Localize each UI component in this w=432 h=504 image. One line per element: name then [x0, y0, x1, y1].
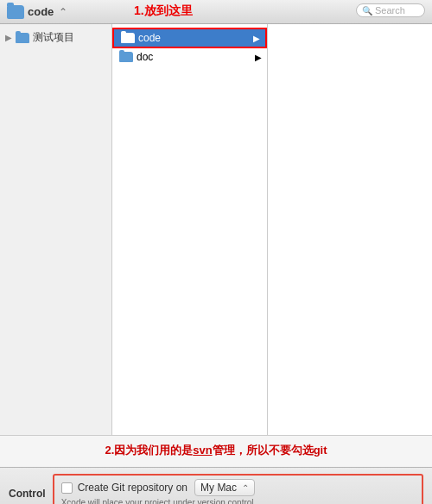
code-folder-icon [121, 33, 135, 43]
mac-dropdown[interactable]: My Mac ⌃ [194, 479, 255, 496]
doc-item-label: doc [137, 51, 153, 63]
git-checkbox-label: Create Git repository on [78, 482, 187, 494]
annotation-1-label: 1.放到这里 [134, 3, 193, 19]
control-bar: Control Create Git repository on My Mac … [0, 467, 432, 504]
checkbox-row: Create Git repository on My Mac ⌃ [61, 479, 415, 496]
git-checkbox[interactable] [61, 482, 73, 494]
title-folder-name: code [28, 5, 54, 18]
sidebar-folder-icon [16, 33, 29, 43]
doc-folder-icon [119, 52, 133, 62]
folder-icon [7, 5, 24, 19]
annotation-bottom: 2.因为我们用的是svn管理，所以不要勾选git [0, 435, 432, 467]
code-disclosure-triangle: ▶ [253, 34, 260, 43]
sidebar-item-testproject[interactable]: ▶ 测试项目 [0, 28, 111, 47]
search-area[interactable]: 🔍 Search [356, 3, 425, 17]
dropdown-arrow-icon: ⌃ [242, 483, 249, 493]
center-column: code ▶ doc ▶ [112, 24, 268, 435]
main-area: ▶ 测试项目 code ▶ doc ▶ [0, 24, 432, 435]
sidebar-item-label: 测试项目 [33, 30, 74, 45]
file-item-doc[interactable]: doc ▶ [112, 48, 267, 66]
search-placeholder: Search [375, 5, 405, 16]
sidebar-column: ▶ 测试项目 [0, 24, 112, 435]
doc-disclosure-triangle: ▶ [255, 53, 262, 62]
annotation-2-text: 2.因为我们用的是svn管理，所以不要勾选git [10, 443, 422, 458]
file-item-code[interactable]: code ▶ [112, 28, 267, 48]
mac-dropdown-value: My Mac [200, 482, 237, 494]
checkbox-hint: Xcode will place your project under vers… [61, 498, 415, 504]
svn-underline-text: svn [193, 444, 212, 457]
code-item-label: code [138, 32, 161, 44]
title-arrows[interactable]: ⌃ [59, 6, 67, 18]
checkbox-area: Create Git repository on My Mac ⌃ Xcode … [53, 474, 423, 504]
search-icon: 🔍 [362, 6, 372, 16]
disclosure-triangle: ▶ [5, 33, 12, 42]
title-bar: code ⌃ 1.放到这里 🔍 Search [0, 0, 432, 24]
right-column [268, 24, 432, 435]
control-label: Control [9, 488, 46, 500]
